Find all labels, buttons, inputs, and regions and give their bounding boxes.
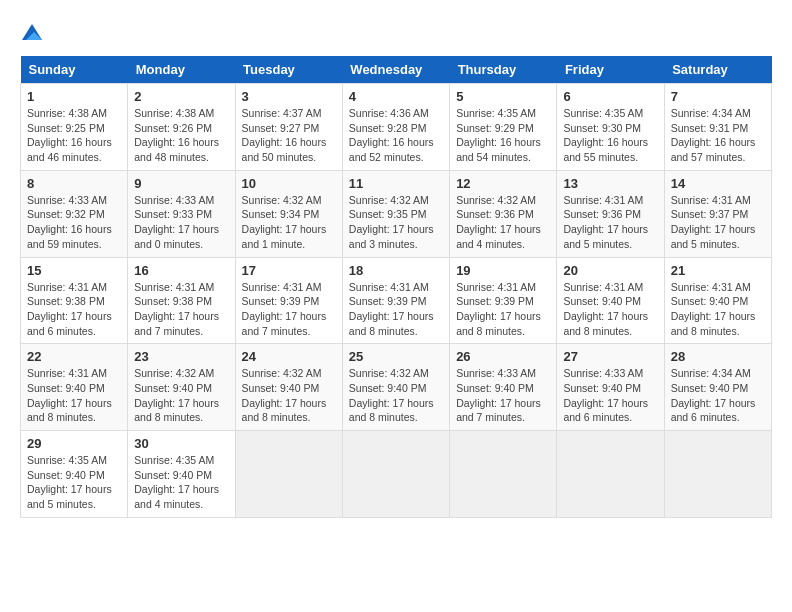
calendar-cell (450, 431, 557, 518)
day-number: 6 (563, 89, 657, 104)
day-number: 4 (349, 89, 443, 104)
weekday-monday: Monday (128, 56, 235, 84)
calendar-cell: 10 Sunrise: 4:32 AM Sunset: 9:34 PM Dayl… (235, 170, 342, 257)
calendar: SundayMondayTuesdayWednesdayThursdayFrid… (20, 56, 772, 518)
day-detail: Sunrise: 4:31 AM Sunset: 9:40 PM Dayligh… (671, 280, 765, 339)
day-number: 24 (242, 349, 336, 364)
week-row-2: 8 Sunrise: 4:33 AM Sunset: 9:32 PM Dayli… (21, 170, 772, 257)
calendar-cell: 3 Sunrise: 4:37 AM Sunset: 9:27 PM Dayli… (235, 84, 342, 171)
day-number: 14 (671, 176, 765, 191)
day-detail: Sunrise: 4:31 AM Sunset: 9:39 PM Dayligh… (349, 280, 443, 339)
day-detail: Sunrise: 4:31 AM Sunset: 9:40 PM Dayligh… (563, 280, 657, 339)
day-number: 11 (349, 176, 443, 191)
weekday-friday: Friday (557, 56, 664, 84)
day-detail: Sunrise: 4:35 AM Sunset: 9:29 PM Dayligh… (456, 106, 550, 165)
calendar-cell: 26 Sunrise: 4:33 AM Sunset: 9:40 PM Dayl… (450, 344, 557, 431)
calendar-cell: 8 Sunrise: 4:33 AM Sunset: 9:32 PM Dayli… (21, 170, 128, 257)
day-detail: Sunrise: 4:33 AM Sunset: 9:33 PM Dayligh… (134, 193, 228, 252)
calendar-cell (235, 431, 342, 518)
day-number: 18 (349, 263, 443, 278)
day-detail: Sunrise: 4:34 AM Sunset: 9:31 PM Dayligh… (671, 106, 765, 165)
week-row-1: 1 Sunrise: 4:38 AM Sunset: 9:25 PM Dayli… (21, 84, 772, 171)
day-number: 15 (27, 263, 121, 278)
day-number: 16 (134, 263, 228, 278)
calendar-cell: 23 Sunrise: 4:32 AM Sunset: 9:40 PM Dayl… (128, 344, 235, 431)
calendar-cell: 6 Sunrise: 4:35 AM Sunset: 9:30 PM Dayli… (557, 84, 664, 171)
day-number: 26 (456, 349, 550, 364)
day-detail: Sunrise: 4:31 AM Sunset: 9:37 PM Dayligh… (671, 193, 765, 252)
day-number: 30 (134, 436, 228, 451)
week-row-4: 22 Sunrise: 4:31 AM Sunset: 9:40 PM Dayl… (21, 344, 772, 431)
calendar-cell (664, 431, 771, 518)
day-detail: Sunrise: 4:35 AM Sunset: 9:40 PM Dayligh… (27, 453, 121, 512)
calendar-cell: 5 Sunrise: 4:35 AM Sunset: 9:29 PM Dayli… (450, 84, 557, 171)
day-number: 12 (456, 176, 550, 191)
calendar-cell: 12 Sunrise: 4:32 AM Sunset: 9:36 PM Dayl… (450, 170, 557, 257)
day-number: 27 (563, 349, 657, 364)
weekday-header-row: SundayMondayTuesdayWednesdayThursdayFrid… (21, 56, 772, 84)
day-detail: Sunrise: 4:31 AM Sunset: 9:39 PM Dayligh… (242, 280, 336, 339)
logo (20, 20, 48, 46)
day-number: 5 (456, 89, 550, 104)
day-detail: Sunrise: 4:32 AM Sunset: 9:40 PM Dayligh… (242, 366, 336, 425)
calendar-cell: 21 Sunrise: 4:31 AM Sunset: 9:40 PM Dayl… (664, 257, 771, 344)
day-number: 17 (242, 263, 336, 278)
day-detail: Sunrise: 4:35 AM Sunset: 9:30 PM Dayligh… (563, 106, 657, 165)
day-detail: Sunrise: 4:33 AM Sunset: 9:40 PM Dayligh… (563, 366, 657, 425)
day-number: 28 (671, 349, 765, 364)
day-detail: Sunrise: 4:36 AM Sunset: 9:28 PM Dayligh… (349, 106, 443, 165)
calendar-body: 1 Sunrise: 4:38 AM Sunset: 9:25 PM Dayli… (21, 84, 772, 518)
day-detail: Sunrise: 4:34 AM Sunset: 9:40 PM Dayligh… (671, 366, 765, 425)
day-number: 23 (134, 349, 228, 364)
calendar-cell: 20 Sunrise: 4:31 AM Sunset: 9:40 PM Dayl… (557, 257, 664, 344)
calendar-cell: 22 Sunrise: 4:31 AM Sunset: 9:40 PM Dayl… (21, 344, 128, 431)
calendar-cell: 24 Sunrise: 4:32 AM Sunset: 9:40 PM Dayl… (235, 344, 342, 431)
calendar-cell: 11 Sunrise: 4:32 AM Sunset: 9:35 PM Dayl… (342, 170, 449, 257)
calendar-cell: 4 Sunrise: 4:36 AM Sunset: 9:28 PM Dayli… (342, 84, 449, 171)
day-detail: Sunrise: 4:31 AM Sunset: 9:39 PM Dayligh… (456, 280, 550, 339)
day-detail: Sunrise: 4:38 AM Sunset: 9:26 PM Dayligh… (134, 106, 228, 165)
calendar-cell (342, 431, 449, 518)
day-number: 21 (671, 263, 765, 278)
week-row-3: 15 Sunrise: 4:31 AM Sunset: 9:38 PM Dayl… (21, 257, 772, 344)
day-detail: Sunrise: 4:31 AM Sunset: 9:38 PM Dayligh… (27, 280, 121, 339)
calendar-cell: 9 Sunrise: 4:33 AM Sunset: 9:33 PM Dayli… (128, 170, 235, 257)
day-number: 25 (349, 349, 443, 364)
calendar-cell: 14 Sunrise: 4:31 AM Sunset: 9:37 PM Dayl… (664, 170, 771, 257)
calendar-cell: 7 Sunrise: 4:34 AM Sunset: 9:31 PM Dayli… (664, 84, 771, 171)
weekday-saturday: Saturday (664, 56, 771, 84)
day-number: 29 (27, 436, 121, 451)
day-number: 7 (671, 89, 765, 104)
day-number: 2 (134, 89, 228, 104)
day-number: 3 (242, 89, 336, 104)
week-row-5: 29 Sunrise: 4:35 AM Sunset: 9:40 PM Dayl… (21, 431, 772, 518)
day-detail: Sunrise: 4:32 AM Sunset: 9:40 PM Dayligh… (134, 366, 228, 425)
calendar-cell: 15 Sunrise: 4:31 AM Sunset: 9:38 PM Dayl… (21, 257, 128, 344)
calendar-cell: 28 Sunrise: 4:34 AM Sunset: 9:40 PM Dayl… (664, 344, 771, 431)
day-detail: Sunrise: 4:31 AM Sunset: 9:36 PM Dayligh… (563, 193, 657, 252)
day-number: 13 (563, 176, 657, 191)
day-detail: Sunrise: 4:32 AM Sunset: 9:35 PM Dayligh… (349, 193, 443, 252)
calendar-cell: 27 Sunrise: 4:33 AM Sunset: 9:40 PM Dayl… (557, 344, 664, 431)
calendar-cell: 29 Sunrise: 4:35 AM Sunset: 9:40 PM Dayl… (21, 431, 128, 518)
calendar-cell: 13 Sunrise: 4:31 AM Sunset: 9:36 PM Dayl… (557, 170, 664, 257)
day-number: 22 (27, 349, 121, 364)
day-number: 20 (563, 263, 657, 278)
day-detail: Sunrise: 4:32 AM Sunset: 9:40 PM Dayligh… (349, 366, 443, 425)
logo-icon (20, 22, 44, 46)
day-detail: Sunrise: 4:37 AM Sunset: 9:27 PM Dayligh… (242, 106, 336, 165)
day-detail: Sunrise: 4:33 AM Sunset: 9:32 PM Dayligh… (27, 193, 121, 252)
day-number: 19 (456, 263, 550, 278)
day-detail: Sunrise: 4:35 AM Sunset: 9:40 PM Dayligh… (134, 453, 228, 512)
weekday-tuesday: Tuesday (235, 56, 342, 84)
calendar-cell (557, 431, 664, 518)
day-detail: Sunrise: 4:32 AM Sunset: 9:36 PM Dayligh… (456, 193, 550, 252)
day-detail: Sunrise: 4:31 AM Sunset: 9:40 PM Dayligh… (27, 366, 121, 425)
calendar-cell: 19 Sunrise: 4:31 AM Sunset: 9:39 PM Dayl… (450, 257, 557, 344)
calendar-cell: 30 Sunrise: 4:35 AM Sunset: 9:40 PM Dayl… (128, 431, 235, 518)
day-detail: Sunrise: 4:32 AM Sunset: 9:34 PM Dayligh… (242, 193, 336, 252)
day-number: 10 (242, 176, 336, 191)
day-detail: Sunrise: 4:33 AM Sunset: 9:40 PM Dayligh… (456, 366, 550, 425)
weekday-sunday: Sunday (21, 56, 128, 84)
calendar-cell: 17 Sunrise: 4:31 AM Sunset: 9:39 PM Dayl… (235, 257, 342, 344)
